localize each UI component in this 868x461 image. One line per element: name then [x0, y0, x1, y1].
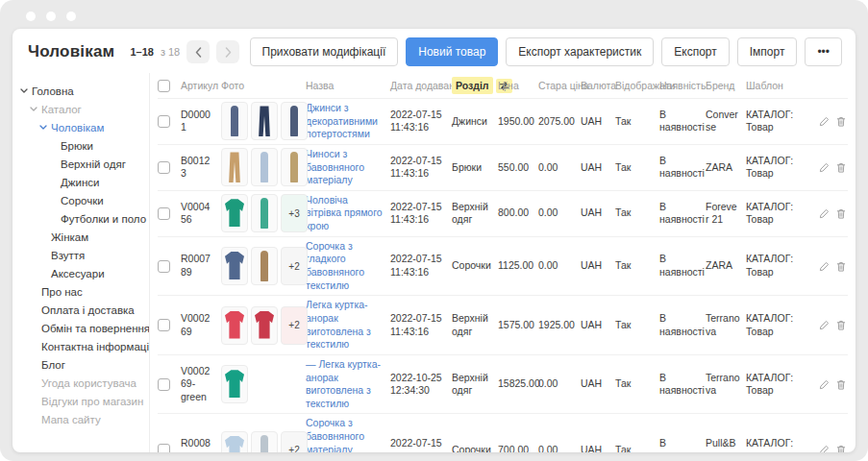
sidebar-item-ugoda-korystuvacha[interactable]: Угода користувача — [12, 374, 149, 392]
row-checkbox[interactable] — [158, 260, 170, 273]
sidebar-item-golovna[interactable]: Головна — [12, 82, 149, 100]
sidebar-item-aksesuary[interactable]: Аксесуари — [12, 264, 149, 282]
product-photo[interactable] — [251, 102, 278, 140]
column-header-section[interactable]: Розділ — [452, 77, 498, 94]
name-cell: Легка куртка-анорак виготовлена з тексти… — [306, 299, 390, 352]
product-photo[interactable] — [221, 102, 248, 140]
more-photos-badge[interactable]: +2 — [281, 431, 308, 452]
product-photo[interactable] — [281, 148, 308, 186]
section-cell: Верхній одяг — [452, 201, 498, 227]
export-characteristics-button[interactable]: Експорт характеристик — [506, 37, 654, 66]
product-photo[interactable] — [251, 148, 278, 186]
product-photo[interactable] — [221, 365, 248, 403]
product-photo[interactable] — [251, 194, 278, 232]
export-button[interactable]: Експорт — [661, 37, 729, 66]
sidebar-item-mapa-saytu[interactable]: Мапа сайту — [12, 410, 149, 428]
row-checkbox[interactable] — [158, 319, 170, 331]
date-added: 2022-10-25 — [390, 372, 446, 385]
delete-icon[interactable] — [836, 116, 846, 127]
sidebar-item-zhinkam[interactable]: Жінкам — [12, 228, 149, 246]
column-header-template[interactable]: Шаблон — [746, 80, 809, 91]
product-photo[interactable] — [221, 148, 248, 186]
column-header-oldprice[interactable]: Стара ціна — [538, 80, 581, 91]
column-header-brand[interactable]: Бренд — [706, 80, 746, 91]
sidebar-item-sorochky[interactable]: Сорочки — [12, 191, 149, 209]
column-header-date[interactable]: Дата додавання — [390, 80, 452, 91]
product-photo[interactable] — [221, 247, 248, 285]
sidebar-item-katalog[interactable]: Каталог — [12, 100, 149, 118]
column-header-name[interactable]: Назва — [306, 80, 390, 91]
sidebar-item-kontaktna-informatsiya[interactable]: Контактна інформація — [12, 337, 149, 355]
product-photo[interactable] — [281, 102, 308, 140]
sidebar-item-bryuki[interactable]: Брюки — [12, 136, 149, 155]
sidebar-item-dzhinsy[interactable]: Джинси — [12, 173, 149, 191]
more-photos-badge[interactable]: +3 — [281, 194, 308, 232]
edit-icon[interactable] — [819, 445, 830, 452]
column-header-price[interactable]: Ціна — [498, 80, 538, 91]
delete-icon[interactable] — [836, 162, 846, 173]
more-photos-badge[interactable]: +2 — [281, 247, 308, 285]
column-header-availability[interactable]: Наявність — [659, 80, 706, 91]
row-checkbox[interactable] — [158, 378, 170, 391]
delete-icon[interactable] — [836, 445, 846, 452]
product-photo[interactable] — [251, 306, 278, 345]
row-checkbox[interactable] — [158, 161, 170, 174]
product-name-link[interactable]: Сорочка з бавовняного матеріалу притален… — [306, 417, 364, 452]
delete-icon[interactable] — [836, 320, 846, 330]
sidebar-item-blog[interactable]: Блог — [12, 355, 149, 374]
checkbox-cell — [158, 260, 181, 273]
next-page-button[interactable] — [216, 40, 239, 63]
product-photo[interactable] — [251, 247, 278, 285]
hide-modifications-button[interactable]: Приховати модифікації — [250, 37, 399, 66]
select-all-checkbox[interactable] — [158, 80, 170, 92]
delete-icon[interactable] — [836, 261, 846, 272]
product-name-link[interactable]: — Легка куртка-анорак виготовлена з текс… — [306, 358, 381, 409]
edit-icon[interactable] — [819, 320, 830, 330]
column-header-sku[interactable]: Артикул — [181, 80, 221, 91]
new-product-button[interactable]: Новий товар — [406, 37, 498, 66]
window-dot[interactable] — [26, 12, 36, 21]
more-photos-badge[interactable]: +2 — [281, 306, 308, 345]
sidebar-item-pro-nas[interactable]: Про нас — [12, 282, 149, 301]
sidebar-item-verkhniy-odyag[interactable]: Верхній одяг — [12, 155, 149, 173]
product-photo[interactable] — [251, 431, 278, 452]
product-name-link[interactable]: Чоловіча вітрівка прямого крою — [306, 194, 383, 231]
product-name-link[interactable]: Легка куртка-анорак виготовлена з тексти… — [306, 299, 371, 350]
product-name-link[interactable]: Чиноси з бавовняного матеріалу — [306, 148, 364, 185]
chevron-right-icon — [225, 47, 232, 58]
prev-page-button[interactable] — [186, 40, 210, 63]
sidebar-item-oplata-dostavka[interactable]: Оплата і доставка — [12, 301, 149, 319]
window-dot[interactable] — [66, 12, 76, 21]
row-checkbox[interactable] — [158, 207, 170, 220]
column-header-display[interactable]: Відображати — [615, 80, 659, 91]
product-name-link[interactable]: Сорочка з гладкого бавовняного текстилю — [306, 240, 364, 291]
price-cell: 1125.00 — [498, 259, 538, 273]
column-header-photo[interactable]: Фото — [221, 80, 306, 91]
sidebar-item-obmin-povernennya[interactable]: Обмін та повернення — [12, 319, 149, 337]
sidebar-item-label: Аксесуари — [51, 268, 105, 279]
window-dot[interactable] — [46, 12, 56, 21]
photo-cell: +3 — [221, 194, 306, 232]
edit-icon[interactable] — [819, 162, 830, 173]
delete-icon[interactable] — [836, 379, 846, 390]
section-cell: Сорочки — [452, 444, 498, 452]
delete-icon[interactable] — [836, 208, 846, 219]
product-photo[interactable] — [221, 194, 248, 232]
column-header-currency[interactable]: Валюта — [581, 80, 615, 91]
product-name-link[interactable]: Джинси з декоративними потертостями — [306, 102, 378, 139]
sidebar-item-vzuttya[interactable]: Взуття — [12, 246, 149, 264]
sidebar-item-futbolky-polo[interactable]: Футболки и поло — [12, 209, 149, 228]
template-cell: КАТАЛОГ: Товар — [746, 437, 809, 452]
more-actions-button[interactable]: ••• — [805, 37, 842, 66]
import-button[interactable]: Імпорт — [737, 37, 798, 66]
edit-icon[interactable] — [819, 261, 830, 272]
edit-icon[interactable] — [819, 116, 830, 127]
product-photo[interactable] — [221, 306, 248, 345]
edit-icon[interactable] — [819, 379, 830, 390]
product-photo[interactable] — [221, 431, 248, 452]
row-checkbox[interactable] — [158, 444, 170, 452]
sidebar-item-cholovikam[interactable]: Чоловікам — [12, 118, 149, 136]
row-checkbox[interactable] — [158, 115, 170, 128]
sidebar-item-vidguky[interactable]: Відгуки про магазин — [12, 392, 149, 410]
edit-icon[interactable] — [819, 208, 830, 219]
